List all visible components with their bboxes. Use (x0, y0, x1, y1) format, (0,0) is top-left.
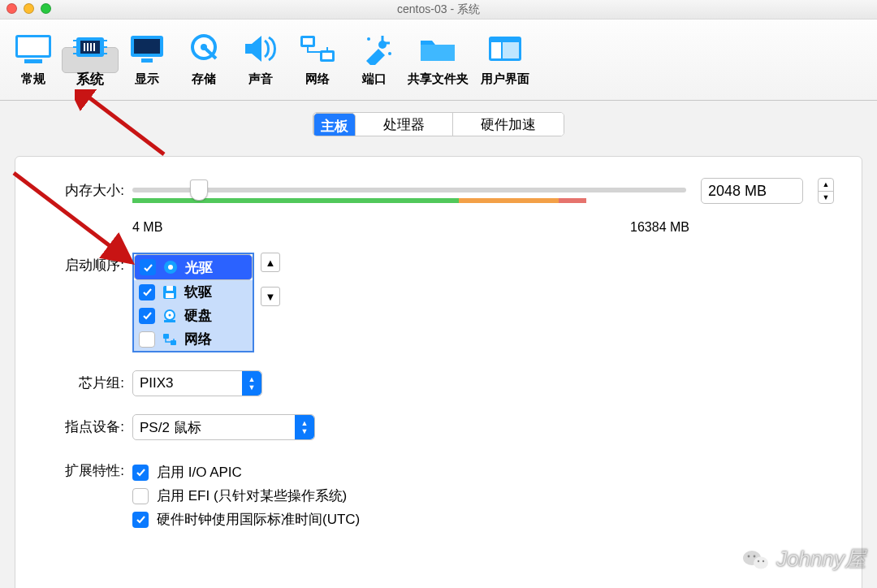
pointing-label: 指点设备: (43, 414, 132, 436)
checkbox[interactable] (139, 308, 155, 324)
window-icon (485, 32, 525, 65)
svg-line-44 (14, 173, 132, 262)
chipset-label: 芯片组: (43, 370, 132, 392)
zoom-icon[interactable] (41, 3, 51, 14)
svg-point-48 (754, 555, 756, 557)
checkbox[interactable] (139, 331, 155, 348)
wechat-icon (742, 547, 770, 572)
move-down-button[interactable]: ▼ (261, 287, 280, 306)
svg-point-47 (748, 555, 750, 557)
boot-item[interactable]: 光驱 (134, 254, 253, 280)
hdd-icon (162, 308, 178, 324)
checkbox[interactable] (139, 284, 155, 300)
svg-rect-13 (90, 43, 92, 51)
pointing-select[interactable]: PS/2 鼠标 ▲▼ (132, 414, 315, 440)
memory-max: 16384 MB (630, 220, 689, 235)
svg-rect-28 (421, 45, 455, 61)
ext-option[interactable]: 启用 EFI (只针对某些操作系统) (132, 486, 834, 505)
folder-icon (417, 32, 458, 65)
window-title: centos-03 - 系统 (397, 2, 480, 17)
ext-option[interactable]: 启用 I/O APIC (132, 463, 834, 482)
svg-point-50 (763, 560, 764, 561)
ext-option-label: 启用 EFI (只针对某些操作系统) (157, 486, 347, 505)
checkbox[interactable] (132, 465, 149, 481)
subtab-processor[interactable]: 处理器 (356, 113, 453, 136)
disk-icon (184, 32, 224, 65)
ext-label: 扩展特性: (43, 458, 132, 480)
svg-point-46 (754, 556, 768, 569)
svg-rect-40 (164, 320, 175, 322)
subtab-bar: 主板 处理器 硬件加速 (313, 112, 564, 136)
net-icon (162, 331, 178, 348)
boot-item-label: 网络 (184, 330, 212, 348)
svg-rect-36 (166, 293, 174, 298)
display-icon (127, 32, 167, 65)
svg-rect-30 (491, 42, 501, 58)
toolbar-storage[interactable]: 存储 (175, 22, 232, 98)
boot-list[interactable]: 光驱软驱硬盘网络 (132, 253, 254, 352)
titlebar: centos-03 - 系统 (0, 0, 877, 19)
svg-rect-11 (84, 43, 85, 51)
checkbox[interactable] (132, 488, 149, 504)
boot-item-label: 软驱 (184, 283, 212, 301)
svg-point-49 (758, 560, 759, 561)
stepper-up-icon[interactable]: ▲ (819, 179, 833, 192)
boot-item[interactable]: 网络 (134, 327, 253, 351)
network-icon (297, 32, 338, 65)
floppy-icon (162, 284, 178, 300)
boot-item-label: 硬盘 (184, 306, 212, 325)
svg-rect-14 (93, 43, 95, 51)
chip-icon (70, 31, 110, 63)
svg-rect-41 (163, 334, 169, 339)
boot-item[interactable]: 硬盘 (134, 304, 253, 327)
toolbar-general[interactable]: 常规 (5, 22, 62, 98)
toolbar-network[interactable]: 网络 (289, 22, 346, 98)
annotation-arrow (75, 89, 172, 162)
boot-item-label: 光驱 (185, 258, 213, 277)
annotation-arrow (10, 169, 148, 275)
toolbar-shared[interactable]: 共享文件夹 (403, 22, 473, 98)
monitor-icon (13, 32, 54, 65)
subtab-motherboard[interactable]: 主板 (313, 113, 356, 136)
toolbar-audio[interactable]: 声音 (232, 22, 289, 98)
svg-point-39 (169, 313, 171, 316)
chevron-up-down-icon: ▲▼ (242, 371, 261, 396)
svg-rect-23 (303, 38, 313, 45)
svg-rect-16 (134, 39, 160, 54)
minimize-icon[interactable] (24, 3, 34, 14)
memory-slider[interactable] (132, 178, 686, 204)
speaker-icon (240, 32, 281, 65)
disc-icon (162, 259, 179, 275)
boot-item[interactable]: 软驱 (134, 280, 253, 304)
svg-rect-2 (24, 59, 42, 63)
toolbar-ui[interactable]: 用户界面 (473, 22, 538, 98)
svg-rect-1 (18, 37, 49, 55)
svg-point-27 (388, 52, 391, 55)
toolbar-system[interactable]: 系统 (62, 47, 119, 73)
chevron-up-down-icon: ▲▼ (295, 415, 314, 439)
settings-toolbar: 常规 系统 显示 存储 声音 网络 端口 (0, 19, 877, 101)
svg-point-26 (367, 37, 370, 41)
toolbar-display[interactable]: 显示 (119, 22, 175, 98)
close-icon[interactable] (6, 3, 17, 14)
ext-option-label: 硬件时钟使用国际标准时间(UTC) (157, 510, 360, 529)
memory-stepper[interactable]: ▲ ▼ (818, 178, 834, 204)
svg-rect-35 (166, 286, 173, 291)
window-controls (6, 3, 51, 14)
chipset-select[interactable]: PIIX3 ▲▼ (132, 370, 262, 396)
checkbox[interactable] (132, 512, 149, 528)
ext-option-label: 启用 I/O APIC (157, 463, 242, 482)
ext-option[interactable]: 硬件时钟使用国际标准时间(UTC) (132, 510, 834, 529)
svg-rect-17 (141, 58, 153, 63)
subtab-accel[interactable]: 硬件加速 (453, 113, 564, 136)
svg-line-43 (87, 96, 164, 154)
svg-point-33 (168, 265, 173, 270)
stepper-down-icon[interactable]: ▼ (819, 192, 833, 204)
plug-icon (354, 32, 395, 65)
svg-rect-24 (322, 53, 332, 59)
watermark: Johnny屋 (742, 545, 866, 573)
move-up-button[interactable]: ▲ (261, 253, 280, 272)
svg-rect-31 (503, 42, 519, 58)
memory-input[interactable] (701, 178, 803, 204)
toolbar-serial[interactable]: 端口 (346, 22, 403, 98)
